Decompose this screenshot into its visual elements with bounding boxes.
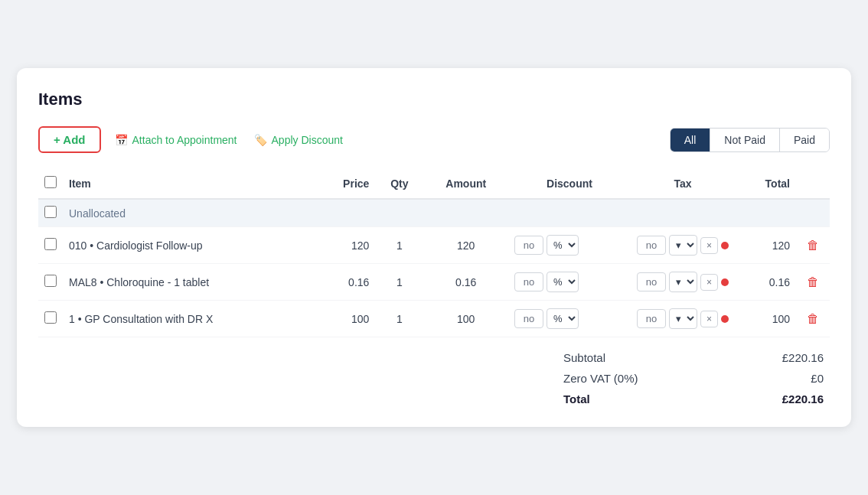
select-all-checkbox[interactable] — [44, 176, 57, 188]
unallocated-label: Unallocated — [63, 199, 830, 227]
toolbar-left: + Add 📅 Attach to Appointment 🏷️ Apply D… — [38, 126, 346, 153]
toolbar: + Add 📅 Attach to Appointment 🏷️ Apply D… — [38, 126, 830, 153]
row1-clear-tax-button[interactable]: × — [700, 237, 718, 254]
items-table: Item Price Qty Amount Discount Tax Total… — [38, 168, 830, 337]
header-item: Item — [63, 168, 314, 199]
row2-discount-group: % £ — [514, 272, 625, 292]
header-tax: Tax — [631, 168, 735, 199]
vat-value: £0 — [811, 372, 824, 385]
unallocated-checkbox[interactable] — [44, 206, 57, 218]
row2-delete-button[interactable]: 🗑 — [802, 274, 824, 291]
row3-status-dot — [721, 315, 729, 323]
table-row: MAL8 • Chloroquine - 1 tablet 0.16 1 0.1… — [38, 264, 830, 301]
row3-total: 100 — [735, 301, 796, 337]
header-qty: Qty — [375, 168, 423, 199]
row3-tax-select[interactable]: ▾ — [669, 308, 697, 329]
header-amount: Amount — [423, 168, 508, 199]
row3-item: 1 • GP Consultation with DR X — [63, 301, 314, 337]
row3-tax-input[interactable] — [637, 309, 666, 328]
row2-tax-input[interactable] — [637, 272, 666, 291]
subtotal-value: £220.16 — [782, 351, 824, 364]
vat-label: Zero VAT (0%) — [563, 372, 638, 385]
row1-tax-input[interactable] — [637, 236, 666, 255]
row2-tax-group: ▾ × — [637, 272, 729, 292]
row2-clear-tax-button[interactable]: × — [700, 274, 718, 291]
row1-amount: 120 — [423, 227, 508, 264]
row1-status-dot — [721, 242, 729, 249]
total-label: Total — [563, 392, 590, 405]
row3-tax-group: ▾ × — [637, 308, 729, 329]
row3-price: 100 — [314, 301, 376, 337]
row1-disc-input[interactable] — [514, 236, 543, 255]
tag-icon: 🏷️ — [254, 134, 267, 146]
apply-discount-button[interactable]: 🏷️ Apply Discount — [251, 129, 346, 151]
row1-total: 120 — [735, 227, 796, 264]
vat-row: Zero VAT (0%) £0 — [563, 372, 824, 385]
header-discount: Discount — [508, 168, 631, 199]
row2-checkbox[interactable] — [44, 275, 57, 287]
header-price: Price — [314, 168, 376, 199]
row2-qty: 1 — [375, 264, 423, 301]
row2-tax-select[interactable]: ▾ — [669, 272, 697, 292]
row3-amount: 100 — [423, 301, 508, 337]
total-row: Total £220.16 — [563, 392, 824, 405]
subtotal-row: Subtotal £220.16 — [563, 351, 824, 364]
row1-tax-select[interactable]: ▾ — [669, 235, 697, 256]
row1-checkbox[interactable] — [44, 238, 57, 250]
subtotal-label: Subtotal — [563, 351, 605, 364]
totals-section: Subtotal £220.16 Zero VAT (0%) £0 Total … — [38, 351, 830, 405]
calendar-icon: 📅 — [115, 134, 128, 146]
filter-all-button[interactable]: All — [671, 129, 711, 151]
table-row: 010 • Cardiologist Follow-up 120 1 120 %… — [38, 227, 830, 264]
row2-disc-input[interactable] — [514, 272, 543, 291]
row1-item: 010 • Cardiologist Follow-up — [63, 227, 314, 264]
row3-delete-button[interactable]: 🗑 — [802, 311, 824, 327]
total-value: £220.16 — [782, 392, 824, 405]
row2-total: 0.16 — [735, 264, 796, 301]
add-button[interactable]: + Add — [38, 126, 101, 153]
row1-discount-group: % £ — [514, 235, 625, 256]
filter-paid-button[interactable]: Paid — [780, 129, 829, 151]
unallocated-row: Unallocated — [38, 199, 830, 227]
header-total: Total — [735, 168, 796, 199]
row3-qty: 1 — [375, 301, 423, 337]
table-row: 1 • GP Consultation with DR X 100 1 100 … — [38, 301, 830, 337]
discount-label: Apply Discount — [272, 134, 343, 146]
page-title: Items — [38, 90, 830, 109]
row1-tax-group: ▾ × — [637, 235, 729, 256]
row1-qty: 1 — [375, 227, 423, 264]
row3-discount-group: % £ — [514, 308, 625, 329]
row2-status-dot — [721, 278, 729, 286]
row2-price: 0.16 — [314, 264, 376, 301]
row1-price: 120 — [314, 227, 376, 264]
row3-disc-input[interactable] — [514, 309, 543, 328]
row2-amount: 0.16 — [423, 264, 508, 301]
attach-label: Attach to Appointment — [132, 134, 237, 146]
filter-notpaid-button[interactable]: Not Paid — [710, 129, 780, 151]
row3-disc-type[interactable]: % £ — [547, 308, 579, 329]
row2-item: MAL8 • Chloroquine - 1 tablet — [63, 264, 314, 301]
row1-delete-button[interactable]: 🗑 — [802, 237, 824, 254]
items-card: Items + Add 📅 Attach to Appointment 🏷️ A… — [17, 68, 851, 427]
attach-appointment-button[interactable]: 📅 Attach to Appointment — [112, 129, 240, 151]
row3-checkbox[interactable] — [44, 311, 57, 324]
row2-disc-type[interactable]: % £ — [547, 272, 579, 292]
row3-clear-tax-button[interactable]: × — [700, 311, 718, 327]
filter-group: All Not Paid Paid — [670, 128, 830, 152]
row1-disc-type[interactable]: % £ — [547, 235, 579, 256]
